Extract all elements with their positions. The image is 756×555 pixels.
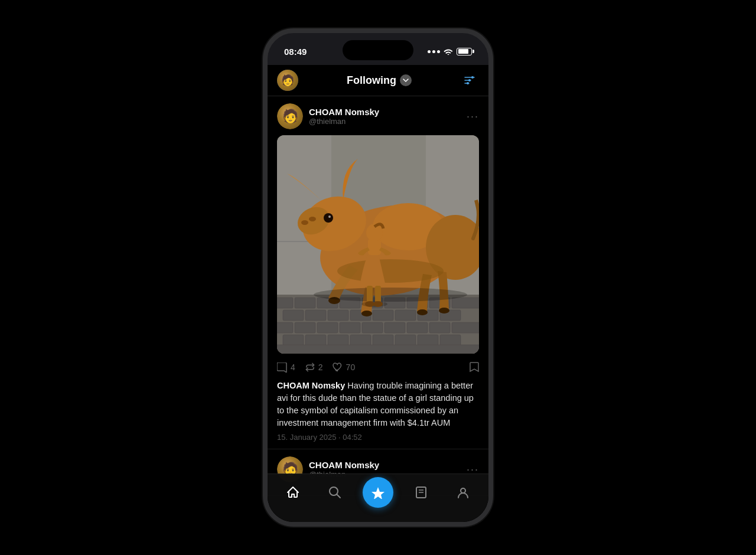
- bull-statue-image: [277, 135, 479, 354]
- repost-count: 2: [318, 363, 323, 372]
- like-count: 70: [346, 363, 356, 372]
- filter-button[interactable]: [460, 71, 479, 90]
- svg-marker-72: [372, 487, 384, 499]
- post-user-details: CHOAM Nomsky @thielman: [309, 107, 379, 126]
- nav-bookmarks-button[interactable]: [407, 478, 435, 507]
- post-more-button[interactable]: ···: [467, 110, 479, 123]
- status-time: 08:49: [284, 47, 307, 57]
- avatar-image: 🧑: [277, 70, 298, 91]
- post-item: 🧑 CHOAM Nomsky @thielman ···: [268, 96, 488, 449]
- app-header: 🧑 Following: [268, 65, 488, 96]
- repost-icon: [305, 362, 315, 373]
- nav-profile-button[interactable]: [449, 478, 477, 507]
- phone-frame: 08:49 🧑 Fol: [263, 28, 493, 527]
- svg-point-3: [471, 76, 474, 79]
- post-timestamp: 15. January 2025 · 04:52: [277, 433, 479, 442]
- svg-point-5: [467, 82, 469, 84]
- svg-point-4: [468, 79, 471, 81]
- svg-line-71: [337, 494, 341, 498]
- post-image[interactable]: [277, 135, 479, 354]
- svg-rect-69: [277, 135, 479, 354]
- post-text: CHOAM Nomsky Having trouble imagining a …: [277, 380, 479, 429]
- status-icons: [428, 48, 472, 56]
- post-header: 🧑 CHOAM Nomsky @thielman ···: [277, 103, 479, 129]
- svg-point-76: [461, 488, 465, 493]
- post-username-2[interactable]: CHOAM Nomsky: [309, 460, 379, 470]
- feed: 🧑 CHOAM Nomsky @thielman ···: [268, 96, 488, 522]
- post-actions: 4 2: [277, 360, 479, 375]
- battery-icon: [457, 48, 472, 56]
- like-button[interactable]: 70: [333, 362, 356, 373]
- feed-selector[interactable]: Following: [347, 74, 412, 87]
- comment-count: 4: [291, 363, 295, 372]
- post-author-name: CHOAM Nomsky: [277, 381, 345, 390]
- post-user-info: 🧑 CHOAM Nomsky @thielman: [277, 103, 379, 129]
- nav-home-button[interactable]: [279, 478, 307, 507]
- repost-button[interactable]: 2: [305, 362, 323, 373]
- feed-title: Following: [347, 74, 396, 87]
- dynamic-island: [343, 40, 413, 60]
- post-handle: @thielman: [309, 117, 379, 126]
- bookmark-button[interactable]: [470, 362, 479, 373]
- wifi-icon: [444, 48, 453, 55]
- heart-icon: [333, 362, 343, 373]
- post-avatar-image: 🧑: [277, 103, 303, 129]
- nav-compose-button[interactable]: [363, 477, 393, 508]
- comment-icon: [277, 362, 288, 373]
- chevron-down-icon: [400, 74, 412, 86]
- bottom-navigation: [268, 474, 488, 522]
- nav-search-button[interactable]: [321, 478, 349, 507]
- post-username[interactable]: CHOAM Nomsky: [309, 107, 379, 117]
- post-avatar[interactable]: 🧑: [277, 103, 303, 129]
- signal-dots-icon: [428, 50, 440, 53]
- user-avatar[interactable]: 🧑: [277, 70, 298, 91]
- app-content: 🧑 Following: [268, 65, 488, 522]
- comment-button[interactable]: 4: [277, 362, 295, 373]
